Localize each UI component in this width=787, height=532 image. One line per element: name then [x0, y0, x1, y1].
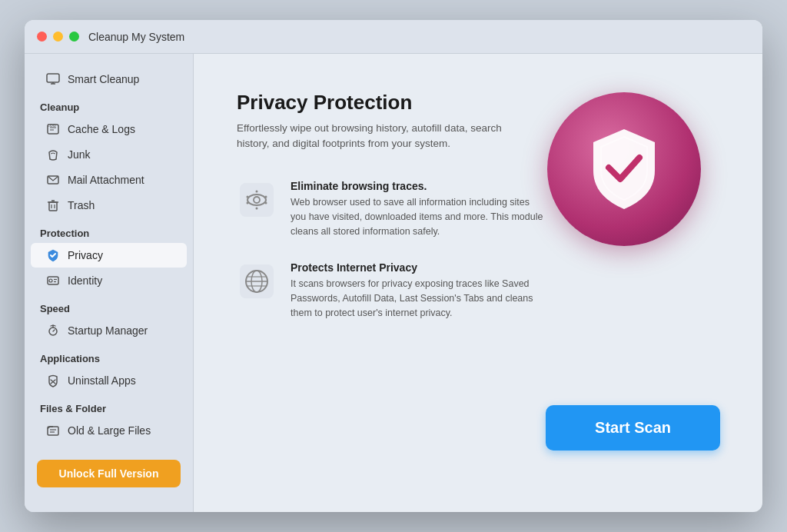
feature-browsing-traces: Eliminate browsing traces. Web browser u… [237, 180, 544, 240]
sidebar-label-smart-cleanup: Smart Cleanup [68, 73, 139, 85]
files-icon [46, 424, 60, 437]
svg-point-28 [247, 201, 249, 204]
main-content: Privacy Protection Effortlessly wipe out… [194, 54, 762, 512]
section-label-cleanup: Cleanup [25, 92, 193, 116]
sidebar-item-smart-cleanup[interactable]: Smart Cleanup [31, 67, 187, 91]
browsing-traces-description: Web browser used to save all information… [291, 195, 544, 240]
sidebar-label-uninstall-apps: Uninstall Apps [68, 374, 136, 387]
sidebar-item-mail-attachment[interactable]: Mail Attachment [31, 168, 187, 192]
sidebar-item-junk[interactable]: Junk [31, 142, 187, 167]
sidebar-item-old-large-files[interactable]: Old & Large Files [31, 418, 187, 443]
cache-icon: LOG [46, 122, 60, 136]
sidebar-item-identity[interactable]: Identity [31, 268, 187, 293]
svg-line-18 [53, 330, 55, 331]
svg-rect-24 [240, 183, 274, 217]
startup-icon [46, 324, 60, 337]
traffic-lights [37, 32, 79, 42]
sidebar-item-privacy[interactable]: Privacy [31, 243, 187, 268]
sidebar-label-junk: Junk [68, 148, 91, 161]
svg-rect-21 [48, 427, 58, 435]
sidebar-label-cache-logs: Cache & Logs [68, 123, 135, 135]
sidebar-item-cache-logs[interactable]: LOG Cache & Logs [31, 117, 187, 141]
svg-point-29 [265, 195, 267, 198]
internet-privacy-icon [237, 261, 277, 301]
privacy-shield-icon [46, 248, 60, 262]
section-label-protection: Protection [25, 218, 193, 242]
svg-rect-8 [49, 202, 57, 211]
svg-point-31 [256, 190, 258, 192]
sidebar-bottom: Unlock Full Version [25, 447, 193, 500]
svg-point-14 [49, 279, 52, 282]
sidebar-label-old-large-files: Old & Large Files [68, 424, 151, 437]
shield-circle [547, 92, 701, 246]
identity-icon [46, 274, 60, 288]
svg-point-27 [247, 195, 249, 198]
trash-icon [46, 198, 60, 212]
sidebar-item-uninstall-apps[interactable]: Uninstall Apps [31, 368, 187, 393]
junk-icon [46, 148, 60, 161]
internet-privacy-text: Protects Internet Privacy It scans brows… [291, 261, 544, 321]
start-scan-button[interactable]: Start Scan [546, 405, 720, 451]
uninstall-icon [46, 374, 60, 387]
browsing-traces-heading: Eliminate browsing traces. [291, 180, 544, 192]
section-label-files-folder: Files & Folder [25, 394, 193, 417]
browsing-traces-text: Eliminate browsing traces. Web browser u… [291, 180, 544, 240]
shield-graphic [547, 92, 701, 246]
svg-text:LOG: LOG [48, 123, 56, 128]
unlock-full-version-button[interactable]: Unlock Full Version [37, 460, 181, 487]
app-window: Cleanup My System Smart Cleanup [25, 20, 762, 512]
svg-point-32 [256, 207, 258, 209]
internet-privacy-heading: Protects Internet Privacy [291, 261, 544, 274]
sidebar-label-privacy: Privacy [68, 249, 103, 261]
sidebar-label-startup-manager: Startup Manager [68, 324, 148, 337]
sidebar: Smart Cleanup Cleanup LOG Cache & Logs [25, 54, 194, 512]
monitor-icon [46, 72, 60, 86]
sidebar-label-mail-attachment: Mail Attachment [68, 174, 144, 186]
sidebar-label-identity: Identity [68, 274, 102, 287]
internet-privacy-description: It scans browsers for privacy exposing t… [291, 277, 544, 321]
page-subtitle: Effortlessly wipe out browsing history, … [237, 121, 529, 152]
sidebar-item-startup-manager[interactable]: Startup Manager [31, 318, 187, 343]
mail-icon [46, 173, 60, 187]
section-label-applications: Applications [25, 344, 193, 367]
sidebar-label-trash: Trash [68, 199, 95, 211]
app-content: Smart Cleanup Cleanup LOG Cache & Logs [25, 54, 762, 512]
minimize-button[interactable] [53, 32, 63, 42]
sidebar-nav: Smart Cleanup Cleanup LOG Cache & Logs [25, 66, 193, 447]
svg-point-30 [265, 201, 267, 204]
fullscreen-button[interactable] [69, 32, 79, 42]
section-label-speed: Speed [25, 294, 193, 318]
svg-rect-0 [47, 74, 59, 82]
browsing-traces-icon [237, 180, 277, 220]
sidebar-item-trash[interactable]: Trash [31, 193, 187, 218]
close-button[interactable] [37, 32, 47, 42]
window-title: Cleanup My System [88, 31, 184, 43]
titlebar: Cleanup My System [25, 20, 762, 54]
feature-internet-privacy: Protects Internet Privacy It scans brows… [237, 261, 544, 321]
